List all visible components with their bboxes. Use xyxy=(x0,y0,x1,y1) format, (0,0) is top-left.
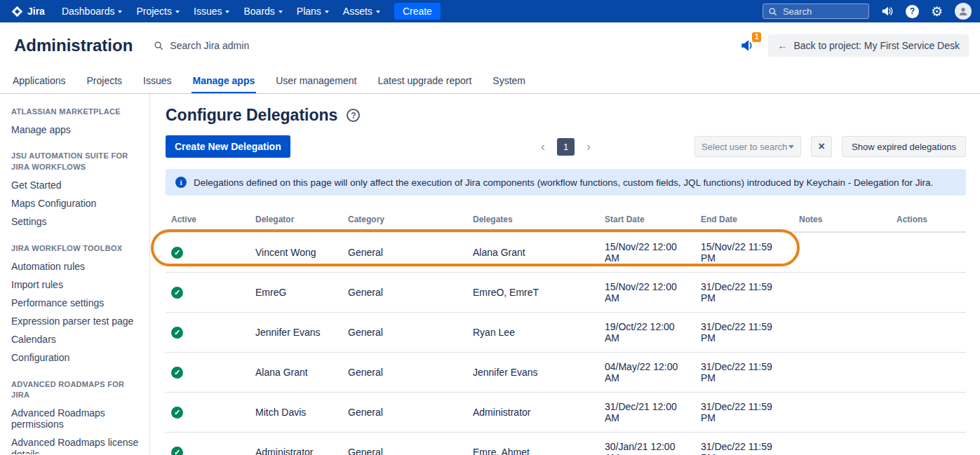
notes-cell xyxy=(793,232,891,273)
sidebar-item-settings[interactable]: Settings xyxy=(11,212,141,231)
tab-manage-apps[interactable]: Manage apps xyxy=(192,69,257,93)
chevron-down-icon xyxy=(225,11,229,13)
tab-system[interactable]: System xyxy=(491,69,527,93)
info-banner: i Delegations defined on this page will … xyxy=(166,169,966,196)
chevron-down-icon xyxy=(788,145,794,149)
active-cell xyxy=(166,313,250,353)
nav-item-label: Projects xyxy=(136,6,172,17)
category-cell: General xyxy=(342,393,467,433)
active-cell xyxy=(166,433,250,455)
start-date-cell: 30/Jan/21 12:00 AM xyxy=(599,433,695,455)
notes-cell xyxy=(793,433,891,455)
table-row: EmreG General EmreO, EmreT 15/Nov/22 12:… xyxy=(166,273,966,313)
title-row: Configure Delegations ? xyxy=(166,106,966,125)
pagination-current[interactable]: 1 xyxy=(557,138,575,156)
announcement-icon[interactable] xyxy=(881,5,894,18)
user-select-placeholder: Select user to search xyxy=(702,142,787,152)
active-cell xyxy=(166,273,250,313)
help-button[interactable]: ? xyxy=(906,5,919,18)
sidebar-item-performance-settings[interactable]: Performance settings xyxy=(11,294,141,312)
nav-item-label: Assets xyxy=(343,6,372,17)
nav-item-assets[interactable]: Assets xyxy=(336,0,387,22)
sidebar: ATLASSIAN MARKETPLACE Manage apps JSU AU… xyxy=(0,94,150,454)
end-date-cell: 31/Dec/22 11:59 PM xyxy=(695,433,793,455)
nav-item-label: Issues xyxy=(194,6,222,17)
nav-item-issues[interactable]: Issues xyxy=(187,0,236,22)
sidebar-section-header: ADVANCED ROADMAPS FOR JIRA xyxy=(11,379,141,401)
sidebar-section-header: JSU AUTOMATION SUITE FOR JIRA WORKFLOWS xyxy=(11,151,141,172)
admin-search xyxy=(154,39,316,52)
nav-item-label: Boards xyxy=(243,6,274,17)
start-date-cell: 15/Nov/22 12:00 AM xyxy=(599,232,695,273)
delegations-table: Active Delegator Category Delegates Star… xyxy=(166,208,966,455)
main-panel: Configure Delegations ? Create New Deleg… xyxy=(150,94,980,454)
admin-tab-bar: Applications Projects Issues Manage apps… xyxy=(0,69,980,94)
chevron-down-icon xyxy=(175,11,180,13)
notes-cell xyxy=(793,313,891,353)
notes-cell xyxy=(793,393,891,433)
chevron-down-icon xyxy=(325,11,329,13)
actions-cell xyxy=(891,393,966,433)
nav-item-dashboards[interactable]: Dashboards xyxy=(55,0,130,22)
back-to-project-button[interactable]: Back to project: My First Service Desk xyxy=(768,34,969,57)
delegates-cell: EmreO, EmreT xyxy=(467,273,599,313)
create-delegation-button[interactable]: Create New Delegation xyxy=(166,135,290,158)
tab-latest-upgrade-report[interactable]: Latest upgrade report xyxy=(376,69,473,93)
table-header-row: Active Delegator Category Delegates Star… xyxy=(166,208,966,232)
close-icon: × xyxy=(818,140,824,153)
back-button-label: Back to project: My First Service Desk xyxy=(793,40,960,51)
nav-item-projects[interactable]: Projects xyxy=(129,0,187,22)
tab-projects[interactable]: Projects xyxy=(86,69,124,93)
end-date-cell: 31/Dec/22 11:59 PM xyxy=(695,273,793,313)
show-expired-button[interactable]: Show expired delegations xyxy=(842,136,966,157)
clear-filter-button[interactable]: × xyxy=(811,136,832,157)
sidebar-item-manage-apps[interactable]: Manage apps xyxy=(11,121,141,139)
toolbar: Create New Delegation ‹ 1 › Select user … xyxy=(166,135,966,158)
user-avatar[interactable] xyxy=(955,3,972,20)
user-search-select[interactable]: Select user to search xyxy=(694,136,801,157)
sidebar-item-automation-rules[interactable]: Automation rules xyxy=(11,257,141,276)
admin-header-right: 1 Back to project: My First Service Desk xyxy=(740,34,969,57)
actions-cell xyxy=(891,313,966,353)
nav-right: ? ⚙ xyxy=(763,3,972,20)
category-cell: General xyxy=(342,273,467,313)
sidebar-item-maps-configuration[interactable]: Maps Configuration xyxy=(11,194,141,212)
sidebar-item-import-rules[interactable]: Import rules xyxy=(11,276,141,294)
end-date-cell: 31/Dec/22 11:59 PM xyxy=(695,313,793,353)
pagination-prev[interactable]: ‹ xyxy=(541,140,545,153)
table-row: Mitch Davis General Administrator 31/Dec… xyxy=(166,393,966,433)
content: ATLASSIAN MARKETPLACE Manage apps JSU AU… xyxy=(0,94,980,454)
tab-user-management[interactable]: User management xyxy=(274,69,358,93)
nav-search-input[interactable] xyxy=(781,6,864,18)
jira-logo-icon xyxy=(11,6,23,18)
sidebar-item-get-started[interactable]: Get Started xyxy=(11,176,141,194)
info-icon: i xyxy=(175,177,187,188)
nav-item-boards[interactable]: Boards xyxy=(236,0,289,22)
sidebar-item-advanced-roadmaps-license-details[interactable]: Advanced Roadmaps license details xyxy=(11,433,141,454)
table-row: Administrator General Emre, Ahmet 30/Jan… xyxy=(166,433,966,455)
delegates-cell: Alana Grant xyxy=(467,232,599,273)
start-date-cell: 31/Dec/21 12:00 AM xyxy=(599,393,695,433)
active-cell xyxy=(166,393,250,433)
tab-issues[interactable]: Issues xyxy=(142,69,173,93)
top-nav: Jira Dashboards Projects Issues Boards P… xyxy=(0,0,980,22)
admin-search-input[interactable] xyxy=(168,39,316,52)
nav-item-plans[interactable]: Plans xyxy=(290,0,336,22)
category-cell: General xyxy=(342,433,467,455)
info-banner-text: Delegations defined on this page will on… xyxy=(194,177,933,188)
gear-icon[interactable]: ⚙ xyxy=(931,5,943,18)
sidebar-item-calendars[interactable]: Calendars xyxy=(11,330,141,348)
help-icon[interactable]: ? xyxy=(347,109,360,122)
delegates-cell: Ryan Lee xyxy=(467,313,599,353)
feedback-button[interactable]: 1 xyxy=(740,38,756,53)
chevron-down-icon xyxy=(376,11,380,13)
sidebar-item-expression-parser-test-page[interactable]: Expression parser test page xyxy=(11,312,141,330)
jira-logo[interactable]: Jira xyxy=(8,6,55,18)
category-cell: General xyxy=(342,232,467,273)
tab-applications[interactable]: Applications xyxy=(11,69,67,93)
create-button[interactable]: Create xyxy=(394,3,441,20)
sidebar-item-configuration[interactable]: Configuration xyxy=(11,348,141,367)
actions-cell xyxy=(891,232,966,273)
sidebar-item-advanced-roadmaps-permissions[interactable]: Advanced Roadmaps permissions xyxy=(11,404,141,433)
end-date-cell: 31/Dec/22 11:59 PM xyxy=(695,393,793,433)
